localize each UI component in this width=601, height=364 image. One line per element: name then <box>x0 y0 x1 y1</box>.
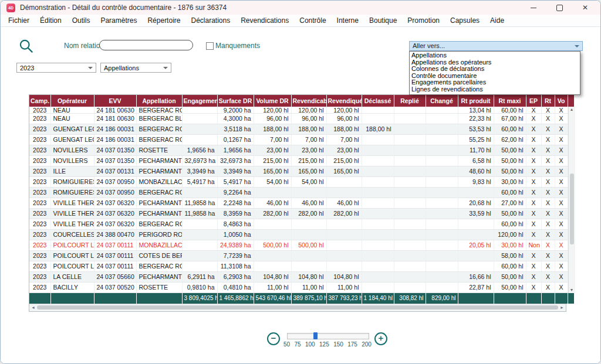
cell-vo: X <box>555 107 568 114</box>
year-select[interactable]: 2023 <box>16 63 96 73</box>
column-header-vo[interactable]: Vo <box>555 95 568 107</box>
column-header-declasse[interactable]: Déclassé <box>362 95 394 107</box>
menu-item-revendications[interactable]: Revendications <box>235 16 294 25</box>
cell-engagement: 6,2911 ha <box>182 272 217 283</box>
column-header-rt[interactable]: Rt <box>541 95 555 107</box>
column-header-surface_dr[interactable]: Surface DR <box>217 95 254 107</box>
zoom-out-button[interactable]: − <box>267 332 280 345</box>
cell-rt_produit: 13,04 hl <box>458 107 494 114</box>
nom-relation-input[interactable] <box>99 40 193 50</box>
cell-engagement <box>182 135 217 145</box>
cell-rt: X <box>541 219 555 230</box>
cell-rt: X <box>541 261 555 272</box>
zoom-slider[interactable] <box>287 333 369 339</box>
search-icon[interactable] <box>18 38 34 56</box>
menu-item-fichier[interactable]: Fichier <box>3 16 35 25</box>
menu-item-param-tres[interactable]: Paramètres <box>95 16 142 25</box>
column-header-appellation[interactable]: Appellation <box>136 95 182 107</box>
manquements-checkbox[interactable] <box>206 42 214 50</box>
cell-volume_dr: 215,00 hl <box>254 156 291 166</box>
vertical-scroll-thumb[interactable] <box>570 174 574 244</box>
menu-item-capsules[interactable]: Capsules <box>445 16 485 25</box>
menu-item-d-clarations[interactable]: Déclarations <box>185 16 235 25</box>
cell-replie <box>394 230 426 240</box>
aller-vers-option-lignes-de-revendications[interactable]: Lignes de revendications <box>410 86 580 93</box>
table-row[interactable]: 2023POILCOURT LA24 037 00111COTES DE BER… <box>29 251 568 261</box>
cell-camp: 2023 <box>29 261 50 272</box>
menu-item-boutique[interactable]: Boutique <box>364 16 402 25</box>
cell-evv: 24 037 06320 <box>94 198 136 209</box>
scroll-up-icon[interactable]: ▲ <box>569 107 575 113</box>
column-header-engagement[interactable]: Engagement <box>182 95 217 107</box>
menu-item-interne[interactable]: Interne <box>332 16 364 25</box>
cell-revendicable <box>291 261 326 272</box>
cell-volume_dr <box>254 230 291 240</box>
category-select[interactable]: Appellations <box>100 63 171 73</box>
scroll-down-icon[interactable]: ▼ <box>569 287 575 293</box>
table-row[interactable]: 2023VIVILLE THERE24 037 06320BERGERAC RO… <box>29 219 568 230</box>
column-header-revendique[interactable]: Revendiqué <box>326 95 362 107</box>
menu-item-contr-le[interactable]: Contrôle <box>294 16 331 25</box>
cell-revendique: 23,00 hl <box>326 145 362 156</box>
table-row[interactable]: 2023NOVILLERS24 037 01350PECHARMANT (432… <box>29 156 568 166</box>
minimize-button[interactable] <box>521 1 546 15</box>
column-header-revendicable[interactable]: Revendicable <box>291 95 326 107</box>
table-row[interactable]: 2023GUENGAT LEC24 186 00031BERGERAC ROS0… <box>29 135 568 145</box>
scroll-right-icon[interactable]: ► <box>560 304 564 311</box>
table-row[interactable]: 2023VIVILLE THERE24 037 06320PECHARMANT … <box>29 209 568 219</box>
table-row[interactable]: 2023NEAU24 181 00630BERGERAC BLA4,3000 h… <box>29 114 568 124</box>
table-row[interactable]: 2023BACILLY24 037 00520ROSETTE0,9810 ha0… <box>29 283 568 293</box>
cell-rt_produit: 53,53 hl <box>458 124 494 135</box>
cell-replie <box>394 114 426 124</box>
menu-item-outils[interactable]: Outils <box>67 16 96 25</box>
cell-rt: X <box>541 107 555 114</box>
close-button[interactable]: ✕ <box>572 1 598 15</box>
aller-vers-combobox[interactable]: Aller vers... <box>409 41 583 51</box>
cell-engagement <box>182 230 217 240</box>
table-row[interactable]: 2023LA CELLE24 037 05660PECHARMANT (46,2… <box>29 272 568 283</box>
zoom-slider-handle[interactable] <box>313 332 318 339</box>
table-row[interactable]: 2023NEAU24 181 00630BERGERAC ROU9,2000 h… <box>29 107 568 114</box>
column-header-camp[interactable]: Camp. <box>29 95 50 107</box>
column-header-ep[interactable]: EP <box>526 95 541 107</box>
menu-item-r-pertoire[interactable]: Répertoire <box>142 16 185 25</box>
zoom-in-button[interactable]: + <box>374 332 387 345</box>
table-row[interactable]: 2023ROMIGUIERES24 037 00950BERGERAC ROU9… <box>29 188 568 198</box>
menu-item-promotion[interactable]: Promotion <box>402 16 445 25</box>
aller-vers-option-appellations[interactable]: Appellations <box>410 52 580 59</box>
cell-rt_maxi: 60,00 hl <box>494 261 526 272</box>
horizontal-scroll-thumb[interactable] <box>37 305 558 309</box>
cell-evv: 24 181 00630 <box>94 107 136 114</box>
table-row[interactable]: 2023POILCOURT LA24 037 00111BERGERAC ROU… <box>29 261 568 272</box>
maximize-button[interactable] <box>546 1 572 15</box>
column-header-replie[interactable]: Replié <box>394 95 426 107</box>
table-body: 2023NEAU24 181 00630BERGERAC ROU9,2000 h… <box>29 107 566 293</box>
total-ep <box>526 293 541 304</box>
column-header-volume_dr[interactable]: Volume DR <box>254 95 291 107</box>
column-header-evv[interactable]: EVV <box>94 95 136 107</box>
table-row[interactable]: 2023POILCOURT LA24 037 00111MONBAZILLAC2… <box>29 240 568 251</box>
table-row[interactable]: 2023COURCELLES24 388 00470PERIGORD ROU1,… <box>29 230 568 240</box>
horizontal-scrollbar[interactable]: ◄ ► <box>29 304 566 311</box>
total-surface_dr: 1 465,8862 ha <box>217 293 254 304</box>
table-row[interactable]: 2023GUENGAT LEC24 186 00031BERGERAC ROU3… <box>29 124 568 135</box>
table-row[interactable]: 2023NOVILLERS24 037 01350ROSETTE1,9656 h… <box>29 145 568 156</box>
zoom-tick-label: 75 <box>295 341 301 348</box>
total-engagement: 3 809,4025 ha <box>182 293 217 304</box>
menu-item-aide[interactable]: Aide <box>485 16 509 25</box>
cell-appellation: BERGERAC BLA <box>136 114 182 124</box>
cell-engagement <box>182 124 217 135</box>
column-header-operateur[interactable]: Opérateur <box>50 95 94 107</box>
column-header-rt_maxi[interactable]: Rt maxi <box>494 95 526 107</box>
cell-engagement <box>182 114 217 124</box>
table-row[interactable]: 2023ROMIGUIERES24 037 00950MONBAZILLAC5,… <box>29 177 568 188</box>
column-header-rt_produit[interactable]: Rt produit <box>458 95 494 107</box>
menu-item-dition[interactable]: Édition <box>35 16 67 25</box>
cell-operateur: COURCELLES <box>50 230 94 240</box>
table-row[interactable]: 2023ILLE24 037 00131PECHARMANT (43,3949 … <box>29 166 568 177</box>
column-header-change[interactable]: Changé <box>426 95 458 107</box>
vertical-scrollbar[interactable]: ▲ ▼ <box>568 107 575 293</box>
cell-revendicable: 46,00 hl <box>291 198 326 209</box>
scroll-left-icon[interactable]: ◄ <box>31 304 35 311</box>
table-row[interactable]: 2023VIVILLE THERE24 037 06320PECHARMANT … <box>29 198 568 209</box>
